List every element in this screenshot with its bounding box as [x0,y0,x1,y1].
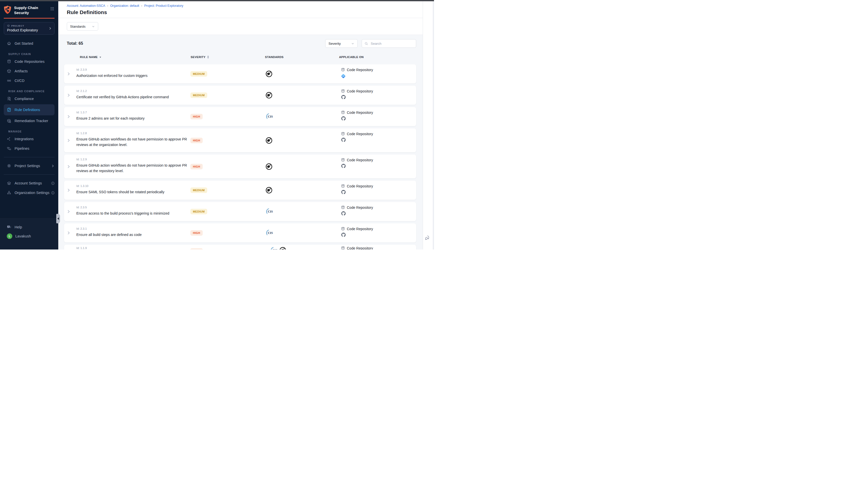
table-row[interactable]: Id: 2.3.9 Authorization not enforced for… [64,64,416,83]
sidebar-item-label: Code Repositories [15,60,45,63]
code-repository-icon [341,205,345,209]
applicable-on-label: Code Repository [347,184,373,188]
section-manage: MANAGE [8,130,58,133]
org-hierarchy-gear-icon [7,191,11,195]
breadcrumb-separator: › [107,4,108,8]
column-header-severity[interactable]: SEVERITY [191,55,209,59]
sidebar-item-artifacts[interactable]: Artifacts [0,66,58,76]
search-input[interactable] [370,41,413,46]
sidebar-item-rule-definitions[interactable]: Rule Definitions [4,104,54,115]
sidebar-item-compliance[interactable]: Compliance [0,94,58,104]
severity-filter-dropdown[interactable]: Severity [325,39,358,48]
support-chat-icon[interactable] [425,235,430,241]
github-icon [341,95,346,99]
document-search-icon [7,97,11,101]
column-header-applicable-on: APPLICABLE ON [339,56,364,59]
applicable-on-cell: Code Repository [341,158,373,168]
table-row[interactable]: Id: 1.3.10 Ensure SAML SSO tokens should… [64,181,416,200]
total-count: Total: 65 [67,41,83,46]
owasp-icon [265,163,273,170]
row-expand-chevron[interactable] [66,188,71,193]
severity-badge: HIGH [190,138,203,143]
sidebar-item-label: Organization Settings [15,191,49,195]
row-expand-chevron[interactable] [66,93,71,97]
sidebar-item-remediation-tracker[interactable]: Remediation Tracker [0,116,58,126]
brand: Supply Chain Security [0,1,58,15]
chevron-right-icon [49,27,52,30]
help-chat-icon [7,225,11,229]
github-icon [341,164,346,168]
row-expand-chevron[interactable] [66,114,71,119]
table-row[interactable]: Id: 1.1.9 HIGH Code Repository [64,245,416,250]
table-row[interactable]: Id: 2.1.2 Certificate not verified by Gi… [64,86,416,105]
standards-cell [265,92,273,99]
rule-name: Certificate not verified by GitHub Actio… [76,94,169,100]
owasp-icon [265,187,273,194]
sidebar-item-cicd[interactable]: CI/CD [0,76,58,85]
app-switcher-grid-icon[interactable] [50,7,54,11]
row-expand-chevron[interactable] [66,72,71,76]
sidebar-item-help[interactable]: Help [0,223,58,232]
sidebar-item-user[interactable]: L Lavakush [0,232,58,241]
applicable-on-label: Code Repository [347,206,373,209]
section-risk-and-compliance: RISK AND COMPLIANCE [8,90,58,93]
applicable-on-label: Code Repository [347,227,373,231]
rule-id: Id: 1.3.7 [76,111,145,114]
breadcrumb-project-link[interactable]: Project: Product Exploratory [144,4,183,8]
breadcrumb: Account: Automation-SSCA › Organization:… [67,4,423,8]
row-expand-chevron[interactable] [66,249,71,250]
avatar: L [7,233,12,239]
rule-name: Ensure GitHub action workflows do not ha… [76,136,191,147]
breadcrumb-organization-link[interactable]: Organization: default [110,4,139,8]
cis-icon [270,247,278,250]
sidebar-item-account-settings[interactable]: Account Settings [0,179,58,188]
sidebar-item-project-settings[interactable]: Project Settings [0,161,58,171]
standards-filter-dropdown[interactable]: Standards [67,22,98,31]
breadcrumb-account-link[interactable]: Account: Automation-SSCA [67,4,105,8]
project-selector[interactable]: PROJECT Product Exploratory [4,22,54,35]
column-header-rule-name[interactable]: RULE NAME [80,56,101,59]
row-expand-chevron[interactable] [66,209,71,214]
infinity-icon [7,78,11,83]
box-wrench-icon [7,119,11,123]
applicable-on-cell: Code Repository [341,184,373,194]
project-cube-icon [7,24,10,27]
sidebar-item-integrations[interactable]: Integrations [0,134,58,144]
integrations-icon [7,137,11,141]
sidebar-item-label: Get Started [15,41,33,46]
home-icon [7,41,11,46]
row-expand-chevron[interactable] [66,164,71,169]
sort-icon [207,55,209,59]
table-row[interactable]: Id: 2.3.1 Ensure all build steps are def… [64,223,416,242]
owasp-icon [265,92,273,99]
sidebar-item-organization-settings[interactable]: Organization Settings [0,188,58,197]
table-row[interactable]: Id: 1.2.9 Ensure GitHub action workflows… [64,155,416,179]
table-row[interactable]: Id: 1.2.8 Ensure GitHub action workflows… [64,129,416,152]
severity-badge: MEDIUM [190,209,207,214]
table-row[interactable]: Id: 2.3.5 Ensure access to the build pro… [64,202,416,221]
severity-filter-label: Severity [328,42,341,46]
standards-cell [265,113,274,120]
table-row[interactable]: Id: 1.3.7 Ensure 2 admins are set for ea… [64,107,416,126]
sidebar-collapse-handle[interactable] [56,214,60,223]
owasp-icon [279,247,286,250]
row-expand-chevron[interactable] [66,231,71,235]
page-scrollbar[interactable] [433,1,434,250]
severity-badge: MEDIUM [190,71,207,77]
code-repository-icon [341,246,345,250]
sidebar-item-pipelines[interactable]: Pipelines [0,144,58,153]
info-icon[interactable] [51,191,55,195]
severity-badge: HIGH [190,230,203,236]
sidebar-item-code-repositories[interactable]: Code Repositories [0,57,58,66]
applicable-on-cell: Code Repository [341,110,373,121]
code-repository-icon [341,158,345,162]
layers-icon [7,181,11,185]
collapse-left-icon [57,217,59,220]
standards-cell [265,187,273,194]
search-box [362,39,416,48]
row-expand-chevron[interactable] [66,138,71,143]
sidebar-item-get-started[interactable]: Get Started [0,39,58,48]
right-rail [423,1,433,250]
gear-icon [7,163,11,168]
info-icon[interactable] [51,181,55,185]
